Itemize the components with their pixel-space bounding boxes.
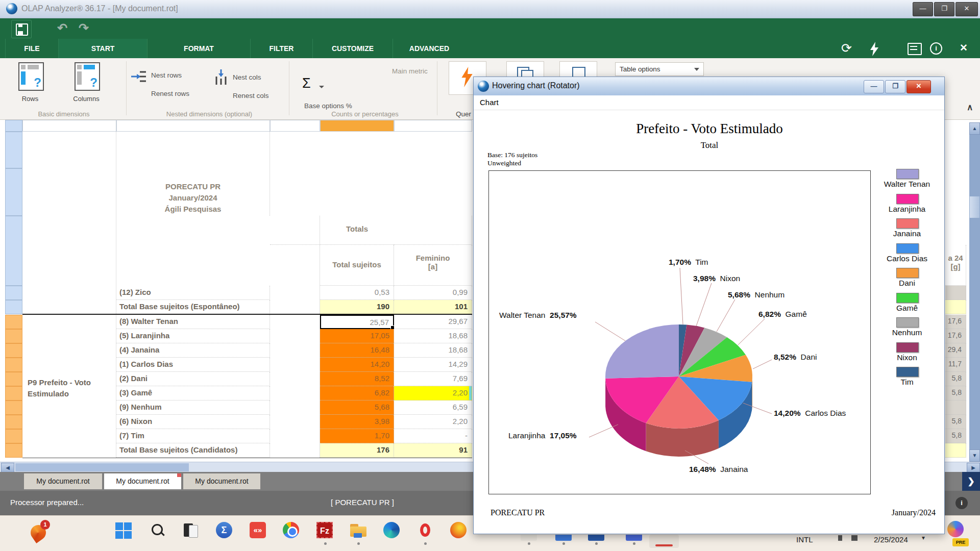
clipped-app-icon[interactable] <box>626 535 642 541</box>
chart-window-titlebar[interactable]: Hovering chart (Rotator) — ❐ ✕ <box>474 77 944 96</box>
row-band-cell[interactable] <box>5 400 22 415</box>
value-cell-total[interactable]: 0,53 <box>320 286 394 300</box>
file-explorer-icon[interactable] <box>350 522 367 539</box>
value-cell-feminino[interactable]: 7,69 <box>394 372 472 386</box>
value-cell-feminino[interactable]: 0,99 <box>394 286 472 300</box>
ribbon-close-icon[interactable]: ✕ <box>960 42 968 54</box>
value-cell-feminino[interactable]: 14,29 <box>394 358 472 372</box>
row-band-cell[interactable] <box>5 372 22 386</box>
run-lightning-icon[interactable] <box>869 42 880 56</box>
notification-app-icon[interactable]: 1 <box>30 520 50 542</box>
copilot-icon[interactable] <box>947 521 964 537</box>
row-band-cell[interactable] <box>5 415 22 429</box>
value-cell-total[interactable]: 6,82 <box>320 386 394 400</box>
value-cell-total[interactable]: 1,70 <box>320 429 394 443</box>
vertical-scrollbar[interactable]: ▲ ▼ <box>969 122 980 462</box>
chart-close-button[interactable]: ✕ <box>906 80 931 93</box>
scroll-left-icon[interactable]: ◀ <box>1 463 14 472</box>
tab-advanced[interactable]: ADVANCED <box>393 39 465 58</box>
value-cell-total[interactable]: 14,20 <box>320 358 394 372</box>
document-tab[interactable]: My document.rot <box>183 473 260 489</box>
row-band-cell[interactable] <box>5 168 22 216</box>
tray-date[interactable]: 2/25/2024 <box>874 535 908 544</box>
filezilla-icon[interactable]: Fz <box>316 522 334 539</box>
row-band-cell[interactable] <box>5 429 22 443</box>
sigma-app-icon[interactable]: Σ <box>216 522 233 539</box>
tab-file[interactable]: FILE <box>5 39 58 58</box>
chrome-icon[interactable] <box>283 522 300 539</box>
row-band-cell[interactable] <box>5 343 22 358</box>
hscroll-thumb[interactable] <box>15 463 189 471</box>
clipped-app-icon[interactable] <box>555 535 572 541</box>
value-cell-total[interactable]: 190 <box>320 300 394 314</box>
value-cell-total[interactable]: 16,48 <box>320 343 394 358</box>
scroll-up-icon[interactable]: ▲ <box>969 122 980 135</box>
nest-cols-button[interactable]: Nest cols <box>233 73 261 81</box>
value-cell-feminino[interactable]: 29,67 <box>394 315 472 329</box>
table-options-dropdown[interactable]: Table options <box>615 62 704 76</box>
clipped-app-icon[interactable] <box>521 535 537 541</box>
value-cell-feminino[interactable]: 18,68 <box>394 343 472 358</box>
row-band-cell[interactable] <box>5 216 22 286</box>
value-cell-total[interactable]: 5,68 <box>320 400 394 415</box>
value-cell-total[interactable]: 3,98 <box>320 415 394 429</box>
redo-button[interactable]: ↷ <box>75 20 93 37</box>
pie-slice-top-walter-tenan[interactable] <box>605 324 679 379</box>
value-cell-total[interactable]: 25,57 <box>320 315 394 329</box>
value-cell-feminino[interactable]: 2,20 <box>394 386 472 400</box>
menu-chart[interactable]: Chart <box>480 98 499 107</box>
row-band-cell[interactable] <box>5 286 22 300</box>
row-band-cell[interactable] <box>5 132 22 168</box>
value-cell-total[interactable]: 17,05 <box>320 329 394 343</box>
row-band-cell[interactable] <box>5 443 22 458</box>
base-options-dropdown[interactable]: Base options % <box>304 102 352 110</box>
expand-panel-chevron-icon[interactable]: ❯ <box>962 472 980 491</box>
nest-rows-button[interactable]: Nest rows <box>151 71 182 79</box>
restore-button[interactable]: ❐ <box>934 2 954 16</box>
value-cell-feminino[interactable]: - <box>394 429 472 443</box>
edge-icon[interactable] <box>383 522 401 539</box>
start-button[interactable] <box>115 522 133 539</box>
save-button[interactable] <box>11 20 32 38</box>
row-band-cell[interactable] <box>5 315 22 329</box>
document-tab[interactable]: My document.rot <box>24 473 102 489</box>
row-band-cell[interactable] <box>5 329 22 343</box>
tray-chevron-icon[interactable]: ▾ <box>922 534 925 541</box>
value-cell-feminino[interactable]: 91 <box>394 443 472 458</box>
value-cell-total[interactable]: 176 <box>320 443 394 458</box>
tray-language[interactable]: INTL <box>796 535 813 544</box>
row-band-cell[interactable] <box>5 358 22 372</box>
row-band-cell[interactable] <box>5 386 22 400</box>
chart-maximize-button[interactable]: ❐ <box>885 80 905 93</box>
document-tab[interactable]: My document.rot <box>104 473 181 489</box>
select-all-cell[interactable] <box>5 120 22 132</box>
undo-button[interactable]: ↶ <box>53 20 71 37</box>
grid-check-icon[interactable] <box>908 43 922 55</box>
value-cell-feminino[interactable]: 101 <box>394 300 472 314</box>
collapse-ribbon-chevron-icon[interactable]: ∧ <box>967 102 973 113</box>
value-cell-total[interactable]: 8,52 <box>320 372 394 386</box>
scroll-right-icon[interactable]: ▶ <box>967 463 980 472</box>
renest-rows-button[interactable]: Renest rows <box>151 90 189 97</box>
close-button[interactable]: ✕ <box>955 2 978 16</box>
minimize-button[interactable]: — <box>913 2 933 16</box>
status-info-icon[interactable]: i <box>955 497 968 509</box>
tab-filter[interactable]: FILTER <box>250 39 312 58</box>
value-cell-feminino[interactable]: 18,68 <box>394 329 472 343</box>
red-app-icon[interactable]: «» <box>250 522 267 539</box>
search-icon[interactable] <box>149 522 166 539</box>
tab-format[interactable]: FORMAT <box>147 39 250 58</box>
renest-cols-button[interactable]: Renest cols <box>233 92 269 99</box>
tab-start[interactable]: START <box>58 39 147 58</box>
opera-icon[interactable] <box>416 522 434 539</box>
vscroll-thumb[interactable] <box>970 196 979 218</box>
row-band-cell[interactable] <box>5 300 22 314</box>
firefox-icon[interactable] <box>450 522 468 539</box>
sigma-icon[interactable]: Σ <box>302 76 311 91</box>
scroll-down-icon[interactable]: ▼ <box>969 449 980 462</box>
refresh-icon[interactable]: ⟳ <box>841 41 852 56</box>
info-icon[interactable]: i <box>930 42 942 55</box>
task-view-icon[interactable] <box>182 522 200 539</box>
value-cell-feminino[interactable]: 6,59 <box>394 400 472 415</box>
tab-customize[interactable]: CUSTOMIZE <box>312 39 393 58</box>
